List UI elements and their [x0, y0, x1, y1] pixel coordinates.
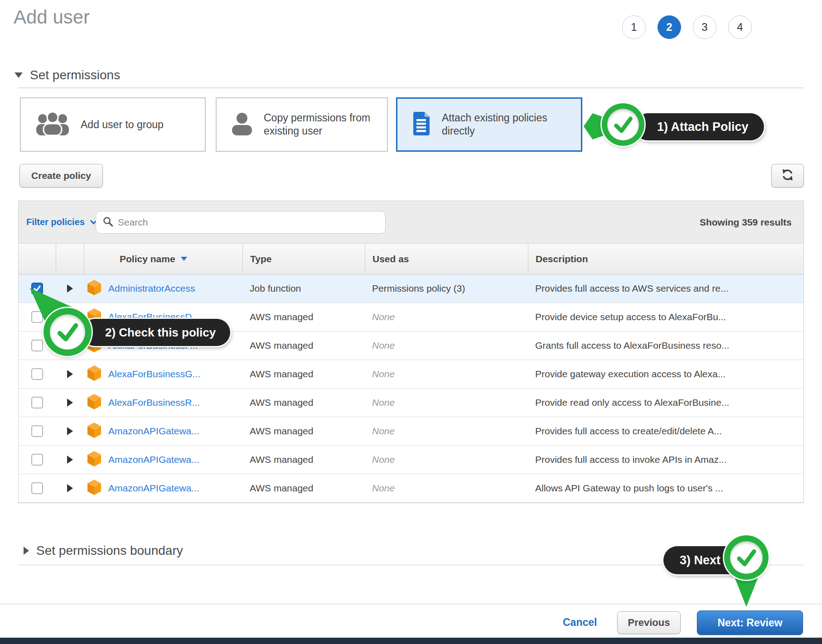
previous-button[interactable]: Previous — [617, 611, 681, 634]
user-icon — [231, 112, 253, 137]
row-checkbox[interactable] — [31, 397, 43, 409]
policy-name-link[interactable]: AmazonAPIGatewa... — [108, 454, 199, 465]
column-header-type[interactable]: Type — [242, 244, 365, 274]
refresh-button[interactable] — [771, 164, 804, 187]
policy-description: Provides full access to invoke APIs in A… — [528, 454, 803, 465]
header-expand-column — [56, 244, 84, 274]
policy-description: Provide read only access to AlexaForBusi… — [528, 397, 803, 408]
cancel-button[interactable]: Cancel — [563, 610, 597, 634]
annotation-label: 3) Next — [680, 553, 720, 567]
row-checkbox[interactable] — [31, 368, 43, 380]
step-4: 4 — [728, 15, 752, 39]
table-row: AdministratorAccess Job function Permiss… — [19, 274, 803, 303]
step-3: 3 — [693, 15, 716, 39]
expand-icon[interactable] — [56, 399, 84, 407]
policy-type: AWS managed — [242, 454, 365, 465]
policy-description: Provide device setup access to AlexaForB… — [528, 312, 803, 322]
page-title: Add user — [14, 6, 90, 28]
sort-desc-icon — [181, 257, 187, 261]
option-add-user-to-group[interactable]: Add user to group — [20, 97, 206, 152]
header-checkbox-column — [19, 244, 56, 274]
row-checkbox[interactable] — [31, 482, 43, 494]
policy-type: AWS managed — [242, 397, 365, 408]
table-filter-bar: Filter policies Showing 359 results — [19, 201, 803, 244]
policy-type: AWS managed — [242, 312, 365, 322]
section-set-permissions-boundary[interactable]: Set permissions boundary — [24, 543, 183, 558]
policy-type: AWS managed — [242, 483, 365, 494]
policy-icon — [87, 423, 101, 440]
policy-search-box — [96, 211, 386, 234]
expand-icon[interactable] — [56, 284, 84, 293]
annotation-label: 2) Check this policy — [105, 326, 216, 340]
expand-icon[interactable] — [56, 484, 84, 492]
option-attach-existing-policies[interactable]: Attach existing policies directly — [396, 97, 582, 152]
row-checkbox[interactable] — [31, 454, 43, 466]
policy-used-as: None — [365, 397, 528, 408]
wizard-steps: 1 2 3 4 — [622, 15, 752, 39]
table-row: AlexaForBusinessG... AWS managed None Pr… — [19, 360, 803, 389]
refresh-icon — [781, 168, 794, 183]
expand-icon[interactable] — [56, 370, 84, 378]
annotation-attach-policy: 1) Attach Policy — [634, 113, 764, 140]
policy-description: Allows API Gateway to push logs to user'… — [528, 483, 803, 494]
policy-used-as: None — [365, 369, 528, 380]
column-header-used-as[interactable]: Used as — [365, 244, 528, 274]
policy-used-as: Permissions policy (3) — [365, 283, 528, 294]
policy-icon — [87, 394, 101, 411]
option-label: Copy permissions from existing user — [264, 111, 376, 138]
add-user-wizard: Add user 1 2 3 4 Set permissions Add use… — [0, 0, 822, 644]
annotation-label: 1) Attach Policy — [657, 120, 749, 134]
column-header-description[interactable]: Description — [528, 244, 803, 274]
document-icon — [412, 112, 431, 137]
section-label: Set permissions — [30, 68, 120, 82]
policy-name-link[interactable]: AmazonAPIGatewa... — [108, 426, 199, 437]
section-set-permissions[interactable]: Set permissions — [15, 68, 120, 82]
footer-divider — [0, 604, 822, 604]
annotation-check-badge — [724, 535, 769, 580]
policy-used-as: None — [365, 340, 528, 351]
caret-down-icon — [15, 72, 23, 78]
policy-icon — [87, 280, 101, 297]
option-copy-permissions[interactable]: Copy permissions from existing user — [216, 97, 388, 152]
check-icon — [734, 545, 759, 570]
table-row: AmazonAPIGatewa... AWS managed None Prov… — [19, 417, 803, 446]
policies-table: Filter policies Showing 359 results Poli… — [18, 201, 804, 503]
step-1: 1 — [622, 15, 646, 39]
check-icon — [611, 113, 635, 136]
policy-used-as: None — [365, 312, 528, 322]
policy-type: AWS managed — [242, 369, 365, 380]
policy-icon — [87, 365, 101, 383]
table-header: Policy name Type Used as Description — [19, 244, 803, 274]
column-label: Policy name — [120, 254, 175, 264]
section-label: Set permissions boundary — [36, 543, 183, 558]
policy-type: Job function — [242, 283, 365, 294]
table-row: AmazonAPIGatewa... AWS managed None Prov… — [19, 446, 803, 474]
annotation-arrow-down — [734, 576, 759, 607]
caret-right-icon — [24, 547, 29, 555]
row-checkbox[interactable] — [31, 425, 43, 437]
search-input[interactable] — [118, 217, 379, 228]
next-review-button[interactable]: Next: Review — [697, 610, 803, 635]
policy-description: Grants full access to AlexaForBusiness r… — [528, 340, 803, 351]
policy-name-link[interactable]: AlexaForBusinessG... — [108, 369, 200, 380]
policy-name-link[interactable]: AdministratorAccess — [108, 283, 195, 294]
policy-used-as: None — [365, 426, 528, 437]
annotation-check-badge — [602, 103, 644, 146]
policy-name-link[interactable]: AmazonAPIGatewa... — [108, 483, 199, 494]
column-header-policy-name[interactable]: Policy name — [84, 244, 242, 274]
expand-icon[interactable] — [56, 427, 84, 435]
filter-policies-dropdown[interactable]: Filter policies — [26, 217, 96, 227]
section-divider — [18, 87, 804, 88]
policy-type: AWS managed — [242, 426, 365, 437]
create-policy-button[interactable]: Create policy — [19, 164, 103, 187]
row-checkbox[interactable] — [31, 340, 43, 351]
results-count: Showing 359 results — [700, 201, 792, 244]
policy-type: AWS managed — [242, 340, 365, 351]
expand-icon[interactable] — [56, 456, 84, 464]
table-body: AdministratorAccess Job function Permiss… — [19, 274, 803, 503]
check-icon — [54, 319, 81, 345]
policy-description: Provide gateway execution access to Alex… — [528, 369, 803, 380]
policy-description: Provides full access to AWS services and… — [528, 283, 803, 294]
users-group-icon — [35, 112, 70, 137]
policy-name-link[interactable]: AlexaForBusinessR... — [108, 397, 200, 408]
